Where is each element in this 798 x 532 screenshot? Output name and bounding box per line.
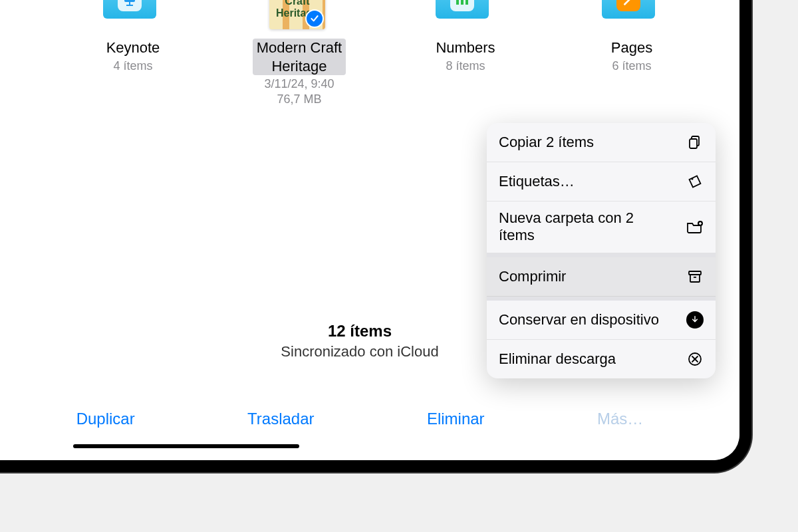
svg-rect-0: [124, 0, 135, 2]
keynote-icon: [118, 0, 142, 11]
menu-label: Etiquetas…: [499, 173, 575, 190]
menu-label: Eliminar descarga: [499, 350, 616, 368]
file-name: Numbers: [436, 39, 495, 57]
folder-icon: [103, 0, 163, 33]
menu-compress[interactable]: Comprimir: [487, 253, 716, 297]
svg-point-9: [692, 178, 694, 180]
menu-label: Copiar 2 ítems: [499, 134, 594, 151]
file-name: Pages: [611, 39, 652, 57]
menu-keep-on-device[interactable]: Conservar en dispositivo: [487, 297, 716, 340]
archive-icon: [686, 268, 704, 285]
context-menu: Copiar 2 ítems Etiquetas… Nueva carpeta …: [487, 123, 716, 378]
file-meta: 4 ítems: [113, 59, 152, 74]
svg-rect-12: [690, 275, 700, 282]
file-grid: as Keynote 4 ítems: [0, 0, 739, 126]
home-indicator: [73, 444, 299, 448]
svg-rect-5: [466, 0, 468, 5]
delete-button[interactable]: Eliminar: [427, 410, 485, 428]
menu-label: Comprimir: [499, 268, 566, 285]
svg-rect-3: [456, 0, 459, 5]
svg-rect-13: [694, 277, 696, 278]
svg-rect-8: [690, 139, 697, 148]
file-meta: 8 ítems: [446, 59, 485, 74]
file-item-keynote[interactable]: Keynote 4 ítems: [86, 0, 180, 74]
menu-new-folder[interactable]: Nueva carpeta con 2 ítems: [487, 201, 716, 253]
menu-tags[interactable]: Etiquetas…: [487, 162, 716, 201]
bottom-toolbar: Duplicar Trasladar Eliminar Más…: [0, 410, 739, 428]
remove-icon: [686, 350, 704, 368]
numbers-icon: [450, 0, 474, 11]
file-item-modern-craft[interactable]: Modern Craft Heritage Modern Craft Herit…: [253, 0, 346, 108]
file-thumbnail: Modern Craft Heritage: [269, 0, 329, 33]
file-size: 76,7 MB: [277, 92, 321, 107]
files-content: as Keynote 4 ítems: [0, 0, 739, 460]
more-button[interactable]: Más…: [597, 410, 643, 428]
menu-remove-download[interactable]: Eliminar descarga: [487, 340, 716, 378]
move-button[interactable]: Trasladar: [247, 410, 314, 428]
file-date: 3/11/24, 9:40: [264, 76, 334, 92]
menu-label: Nueva carpeta con 2 ítems: [499, 209, 658, 245]
svg-rect-2: [126, 5, 133, 6]
menu-label: Conservar en dispositivo: [499, 311, 659, 329]
folder-icon: [602, 0, 662, 33]
download-icon: [686, 311, 704, 329]
file-item[interactable]: as: [0, 0, 13, 59]
pages-icon: [616, 0, 640, 11]
file-item-pages[interactable]: Pages 6 ítems: [585, 0, 678, 74]
file-meta: 6 ítems: [612, 59, 651, 74]
file-name: Keynote: [106, 39, 160, 57]
file-item-numbers[interactable]: Numbers 8 ítems: [419, 0, 512, 74]
menu-copy[interactable]: Copiar 2 ítems: [487, 123, 716, 162]
device-frame: as Keynote 4 ítems: [0, 0, 751, 472]
selection-checkmark-icon: [305, 9, 324, 28]
file-name: Modern Craft Heritage: [253, 39, 346, 75]
copy-icon: [686, 134, 704, 151]
duplicate-button[interactable]: Duplicar: [76, 410, 135, 428]
svg-rect-4: [461, 0, 464, 5]
folder-plus-icon: [686, 218, 704, 235]
folder-icon: [436, 0, 495, 33]
tag-icon: [686, 173, 704, 190]
